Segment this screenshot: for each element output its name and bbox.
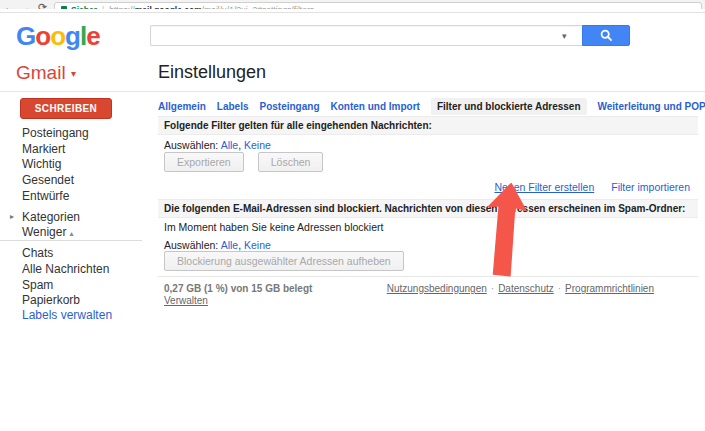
- blocked-select-row: Auswählen: Alle, Keine: [164, 239, 271, 251]
- logo-letter: o: [35, 21, 50, 51]
- blocked-section-header: Die folgenden E-Mail-Adressen sind block…: [158, 199, 698, 218]
- select-separator: ,: [238, 139, 241, 151]
- url-scheme: https://: [109, 5, 135, 9]
- panel-bottom-divider: [158, 276, 698, 277]
- sidebar-item-labels-verwalten[interactable]: Labels verwalten: [22, 308, 112, 322]
- header-divider: [0, 91, 705, 92]
- select-none-link[interactable]: Keine: [244, 239, 271, 251]
- chevron-right-icon[interactable]: ▸: [10, 212, 14, 221]
- logo-letter: g: [65, 21, 80, 51]
- select-all-link[interactable]: Alle: [221, 139, 239, 151]
- privacy-link[interactable]: Datenschutz: [498, 283, 554, 294]
- blocked-buttons-row: Blockierung ausgewählter Adressen aufheb…: [164, 251, 404, 271]
- filters-buttons-row: Exportieren Löschen: [164, 152, 323, 172]
- tab-weiterleitung-und-pop-imap[interactable]: Weiterleitung und POP/IMAP: [598, 98, 705, 115]
- select-separator: ,: [238, 239, 241, 251]
- sidebar-item-chats[interactable]: Chats: [22, 246, 53, 260]
- sidebar-item-posteingang[interactable]: Posteingang: [22, 126, 89, 140]
- sidebar-item-spam[interactable]: Spam: [22, 278, 53, 292]
- unblock-button[interactable]: Blockierung ausgewählter Adressen aufheb…: [164, 251, 404, 271]
- sidebar-item-markiert[interactable]: Markiert: [22, 142, 65, 156]
- delete-button[interactable]: Löschen: [258, 152, 324, 172]
- sidebar-item-kategorien[interactable]: Kategorien: [22, 210, 80, 224]
- sidebar-item-wichtig[interactable]: Wichtig: [22, 157, 61, 171]
- select-none-link[interactable]: Keine: [244, 139, 271, 151]
- sidebar-divider: [0, 240, 142, 241]
- weniger-label: Weniger: [22, 225, 66, 239]
- tab-konten-und-import[interactable]: Konten und Import: [331, 98, 420, 115]
- manage-storage-link[interactable]: Verwalten: [164, 295, 208, 306]
- google-logo: Google: [16, 21, 100, 52]
- filters-select-row: Auswählen: Alle, Keine: [164, 139, 271, 151]
- search-input[interactable]: [150, 25, 582, 46]
- tab-allgemein[interactable]: Allgemein: [158, 98, 206, 115]
- program-policies-link[interactable]: Programmrichtlinien: [565, 283, 654, 294]
- terms-link[interactable]: Nutzungsbedingungen: [387, 283, 487, 294]
- chevron-up-icon: ▴: [69, 229, 73, 238]
- search-dropdown-icon[interactable]: ▾: [562, 31, 567, 41]
- compose-button[interactable]: SCHREIBEN: [20, 98, 112, 119]
- tab-filter-und-blockierte-adressen[interactable]: Filter und blockierte Adressen: [431, 98, 587, 115]
- select-label: Auswählen:: [164, 139, 218, 151]
- address-separator: |: [102, 5, 104, 9]
- page-title: Einstellungen: [158, 62, 266, 83]
- gmail-label: Gmail: [16, 62, 66, 83]
- browser-reload-icon[interactable]: ⟳: [38, 0, 47, 9]
- browser-forward-icon[interactable]: →: [20, 0, 31, 9]
- url-host: mail.google.com: [135, 5, 202, 9]
- gmail-dropdown-icon[interactable]: ▾: [71, 68, 76, 79]
- blocked-empty-message: Im Moment haben Sie keine Adressen block…: [164, 221, 383, 233]
- sidebar-item-entwuerfe[interactable]: Entwürfe: [22, 189, 69, 203]
- tab-posteingang[interactable]: Posteingang: [259, 98, 319, 115]
- select-all-link[interactable]: Alle: [221, 239, 239, 251]
- url-text: https://mail.google.com/mail/u/1/?ui=2#s…: [109, 5, 314, 9]
- chrome-divider: [0, 12, 705, 13]
- footer-separator: ·: [491, 283, 494, 294]
- sidebar-item-alle-nachrichten[interactable]: Alle Nachrichten: [22, 262, 109, 276]
- secure-lock-icon: [61, 6, 67, 9]
- tab-labels[interactable]: Labels: [217, 98, 249, 115]
- search-button[interactable]: [582, 25, 630, 46]
- import-filter-link[interactable]: Filter importieren: [611, 181, 690, 193]
- export-button[interactable]: Exportieren: [164, 152, 244, 172]
- filter-links-row: Neuen Filter erstellen Filter importiere…: [158, 181, 690, 193]
- settings-tabs: Allgemein Labels Posteingang Konten und …: [158, 98, 698, 115]
- sidebar-item-papierkorb[interactable]: Papierkorb: [22, 293, 80, 307]
- sidebar-item-weniger[interactable]: Weniger▴: [22, 225, 73, 239]
- sidebar-item-gesendet[interactable]: Gesendet: [22, 173, 74, 187]
- address-bar[interactable]: Sicher | https://mail.google.com/mail/u/…: [54, 2, 702, 9]
- annotation-arrow-icon: [477, 179, 533, 278]
- logo-letter: G: [16, 21, 35, 51]
- browser-chrome: ← → ⟳ Sicher | https://mail.google.com/m…: [0, 0, 705, 9]
- secure-label: Sicher: [71, 5, 97, 9]
- url-path: /mail/u/1/?ui=2#settings/filters: [202, 5, 314, 9]
- browser-back-icon[interactable]: ←: [4, 0, 15, 9]
- gmail-settings-screen: ← → ⟳ Sicher | https://mail.google.com/m…: [0, 0, 705, 431]
- select-label: Auswählen:: [164, 239, 218, 251]
- footer-links: Nutzungsbedingungen · Datenschutz · Prog…: [158, 283, 654, 294]
- logo-letter: o: [50, 21, 65, 51]
- gmail-logo[interactable]: Gmail ▾: [16, 62, 76, 84]
- filters-section-header: Folgende Filter gelten für alle eingehen…: [158, 116, 698, 135]
- logo-letter: e: [86, 21, 99, 51]
- search-icon: [600, 29, 613, 42]
- footer-separator: ·: [558, 283, 561, 294]
